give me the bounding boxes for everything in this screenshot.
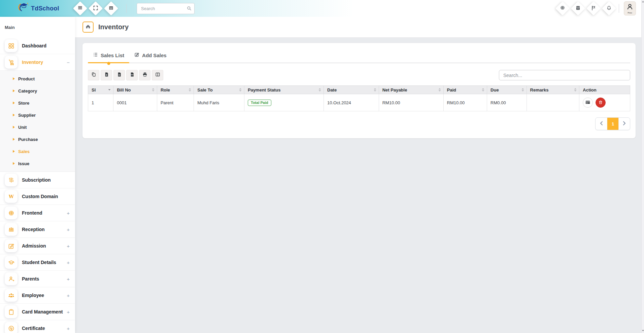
sidebar-item-admission[interactable]: Admission + <box>0 238 75 254</box>
fullscreen-button[interactable] <box>89 1 103 15</box>
expand-plus-icon[interactable]: + <box>67 276 70 282</box>
sidebar-item-employee[interactable]: Employee + <box>0 287 75 304</box>
cell-payment-status: Total Paid <box>244 94 324 111</box>
sidebar-item-student-details[interactable]: Student Details + <box>0 254 75 271</box>
graduation-cap-icon <box>5 256 18 269</box>
sidebar-item-frontend[interactable]: Frontend + <box>0 205 75 221</box>
inventory-submenu: Product Category Store Supplier Unit Pur… <box>0 71 75 172</box>
expand-plus-icon[interactable]: + <box>67 309 70 315</box>
delete-button[interactable] <box>596 98 606 108</box>
sort-both-icon <box>521 88 524 92</box>
chevron-right-icon <box>623 121 626 127</box>
cell-sale-to: Muhd Faris <box>194 94 244 111</box>
expand-plus-icon[interactable]: + <box>67 260 70 265</box>
expand-plus-icon[interactable]: + <box>67 243 70 249</box>
global-search-input[interactable] <box>137 3 195 14</box>
clipboard-icon <box>5 305 18 318</box>
window-scrollbar[interactable] <box>641 0 644 333</box>
brand-logo-icon <box>18 2 30 15</box>
home-button[interactable] <box>82 22 94 33</box>
csv-export-button[interactable] <box>113 70 125 80</box>
expand-plus-icon[interactable]: + <box>67 227 70 232</box>
column-visibility-button[interactable] <box>152 70 163 80</box>
submenu-item-store[interactable]: Store <box>0 97 75 109</box>
sidebar-item-custom-domain[interactable]: W Custom Domain <box>0 188 75 205</box>
caret-right-icon <box>13 126 15 128</box>
main-area: Inventory Sales List <box>75 17 644 333</box>
app-window: TdSchool <box>0 0 644 333</box>
brand-logo[interactable]: TdSchool <box>0 2 75 15</box>
copy-button[interactable] <box>88 70 99 80</box>
collapse-minus-icon[interactable]: − <box>67 60 70 65</box>
globe-icon <box>5 207 18 219</box>
sidebar-item-inventory[interactable]: Inventory − <box>0 54 75 71</box>
column-header-paid[interactable]: Paid <box>443 86 487 94</box>
column-header-net-payable[interactable]: Net Payable <box>379 86 443 94</box>
next-page-button[interactable] <box>618 118 630 130</box>
column-header-sl[interactable]: Sl <box>88 86 113 94</box>
column-header-bill-no[interactable]: Bill No <box>113 86 157 94</box>
letter-w-icon: W <box>5 190 18 203</box>
sort-both-icon <box>318 88 321 92</box>
cell-date: 10.Oct.2024 <box>324 94 379 111</box>
calendar-button[interactable] <box>571 1 585 15</box>
column-header-sale-to[interactable]: Sale To <box>194 86 244 94</box>
caret-right-icon <box>13 89 15 92</box>
menu-toggle-button[interactable] <box>73 1 87 15</box>
sidebar-item-label: Frontend <box>22 210 42 216</box>
cell-sl: 1 <box>88 94 113 111</box>
submenu-item-sales[interactable]: Sales <box>0 145 75 157</box>
seal-icon <box>5 322 18 333</box>
print-button[interactable] <box>139 70 150 80</box>
page-number-button[interactable]: 1 <box>607 118 618 130</box>
content-area: Sales List Add Sales <box>75 38 644 333</box>
sidebar-item-card-management[interactable]: Card Management + <box>0 304 75 320</box>
column-header-role[interactable]: Role <box>157 86 194 94</box>
report-flag-button[interactable] <box>586 1 601 15</box>
expand-plus-icon[interactable]: + <box>67 210 70 216</box>
table-toolbar: PDF <box>88 70 630 80</box>
submenu-item-issue[interactable]: Issue <box>0 157 75 170</box>
column-header-payment-status[interactable]: Payment Status <box>244 86 324 94</box>
search-icon <box>187 6 192 12</box>
table-header-row: Sl Bill No Role Sale To Payment Status <box>88 86 630 94</box>
sidebar-item-reception[interactable]: Reception + <box>0 221 75 238</box>
pdf-export-button[interactable]: PDF <box>126 70 138 80</box>
column-header-date[interactable]: Date <box>324 86 379 94</box>
expand-plus-icon[interactable]: + <box>67 326 70 331</box>
user-avatar-icon <box>626 3 634 12</box>
sales-table: Sl Bill No Role Sale To Payment Status <box>88 85 630 111</box>
apps-table-button[interactable] <box>104 1 118 15</box>
tab-label: Add Sales <box>142 52 167 58</box>
submenu-item-category[interactable]: Category <box>0 85 75 97</box>
sidebar-item-subscription[interactable]: Subscription <box>0 172 75 188</box>
previous-page-button[interactable] <box>596 118 607 130</box>
submenu-item-product[interactable]: Product <box>0 73 75 85</box>
topbar-divider <box>126 4 127 13</box>
cell-due: RM0.00 <box>487 94 527 111</box>
sidebar-item-dashboard[interactable]: Dashboard <box>0 38 75 54</box>
flag-icon <box>591 5 596 12</box>
calendar-icon <box>576 5 581 12</box>
cell-bill-no: 0001 <box>113 94 157 111</box>
submenu-item-unit[interactable]: Unit <box>0 121 75 133</box>
language-button[interactable] <box>555 1 570 15</box>
copy-icon <box>91 72 96 78</box>
user-avatar-button[interactable]: Photo <box>624 1 636 15</box>
submenu-item-purchase[interactable]: Purchase <box>0 133 75 145</box>
column-header-remarks[interactable]: Remarks <box>527 86 579 94</box>
tab-add-sales[interactable]: Add Sales <box>129 48 172 63</box>
table-search-input[interactable] <box>499 70 630 80</box>
column-header-due[interactable]: Due <box>487 86 527 94</box>
notifications-button[interactable] <box>602 1 616 15</box>
sidebar-item-parents[interactable]: Parents + <box>0 271 75 287</box>
sidebar: Main Dashboard Inventory − Product Categ… <box>0 17 75 333</box>
expand-plus-icon[interactable]: + <box>67 293 70 298</box>
tab-sales-list[interactable]: Sales List <box>88 48 129 63</box>
sort-both-icon <box>482 88 484 92</box>
payment-button[interactable] <box>583 98 593 108</box>
submenu-item-supplier[interactable]: Supplier <box>0 109 75 121</box>
excel-export-button[interactable] <box>101 70 112 80</box>
cell-net-payable: RM10.00 <box>379 94 443 111</box>
sidebar-item-certificate[interactable]: Certificate + <box>0 320 75 333</box>
